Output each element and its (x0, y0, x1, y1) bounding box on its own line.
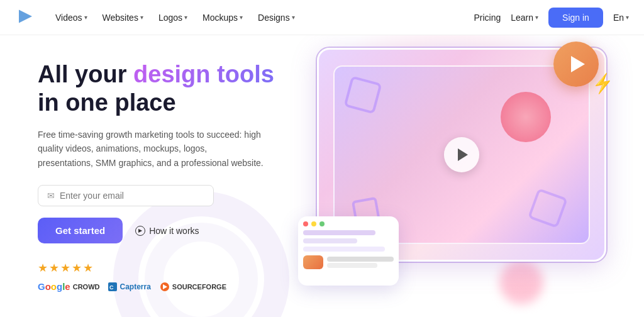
nav-item-designs[interactable]: Designs ▾ (252, 9, 301, 26)
hero-description: Free time-saving growth marketing tools … (38, 128, 264, 170)
nav-item-logos[interactable]: Logos ▾ (152, 9, 194, 26)
deco-shape-1 (343, 75, 382, 114)
star-2: ★ (49, 261, 59, 275)
card-subline-2 (327, 263, 377, 268)
nav-pricing[interactable]: Pricing (474, 13, 501, 23)
nav-item-videos[interactable]: Videos ▾ (49, 9, 94, 26)
hero-left-content: All your design tools in one place Free … (38, 60, 302, 292)
star-3: ★ (60, 261, 70, 275)
hero-illustration: ⚡ (302, 35, 619, 317)
envelope-icon: ✉ (47, 191, 55, 201)
star-5: ★ (83, 261, 93, 275)
deco-circle-2 (528, 188, 568, 228)
play-icon-small: ▶ (135, 226, 145, 236)
signin-button[interactable]: Sign in (548, 8, 603, 28)
svg-marker-0 (19, 9, 32, 23)
dot-red (303, 221, 308, 226)
chevron-down-icon: ▾ (626, 14, 629, 21)
float-play-triangle-icon (571, 56, 585, 72)
capterra-label: Capterra (119, 282, 150, 291)
email-input-wrapper: ✉ (38, 185, 214, 206)
chevron-down-icon: ▾ (535, 14, 538, 21)
chevron-down-icon: ▾ (292, 14, 295, 21)
capterra-icon: C (108, 282, 117, 291)
badge-sourceforge[interactable]: SOURCEFORGE (160, 282, 226, 292)
chevron-down-icon: ▾ (84, 14, 87, 21)
language-selector[interactable]: En ▾ (613, 13, 629, 23)
chevron-down-icon: ▾ (240, 14, 243, 21)
badge-gcrowd[interactable]: Google CROWD (38, 281, 99, 292)
logo[interactable] (15, 7, 49, 28)
card-line-3 (303, 247, 385, 252)
card-line-2 (303, 238, 357, 243)
nav-item-websites[interactable]: Websites ▾ (96, 9, 150, 26)
chevron-down-icon: ▾ (140, 14, 143, 21)
sourceforge-label: SOURCEFORGE (172, 283, 226, 291)
nav-learn[interactable]: Learn ▾ (511, 13, 538, 23)
card-subline-1 (327, 257, 394, 262)
gcrowd-label: CROWD (73, 283, 100, 291)
lightning-icon: ⚡ (590, 71, 615, 96)
nav-item-mockups[interactable]: Mockups ▾ (196, 9, 249, 26)
dot-yellow (311, 221, 316, 226)
hero-title-highlight: design tools (133, 61, 274, 87)
chevron-down-icon: ▾ (184, 14, 187, 21)
sourceforge-icon (160, 282, 170, 292)
star-1: ★ (38, 261, 48, 275)
float-card-illustration (298, 216, 399, 286)
badge-capterra[interactable]: C Capterra (108, 282, 150, 291)
hero-title: All your design tools in one place (38, 60, 302, 118)
stars-rating: ★ ★ ★ ★ ★ (38, 261, 302, 275)
float-card-header (303, 221, 394, 226)
gcrowd-g-icon: Google (38, 281, 70, 292)
play-triangle-icon (458, 148, 468, 161)
nav-links: Videos ▾ Websites ▾ Logos ▾ Mockups ▾ De… (49, 9, 474, 26)
badges-row: Google CROWD C Capterra SOURCEFORGE (38, 281, 302, 292)
card-line-1 (303, 230, 375, 235)
pink-blob-decoration (499, 260, 543, 304)
nav-right: Pricing Learn ▾ Sign in En ▾ (474, 8, 629, 28)
cta-row: Get started ▶ How it works (38, 218, 302, 243)
email-input[interactable] (60, 191, 204, 201)
card-text-lines (327, 255, 394, 269)
navbar: Videos ▾ Websites ▾ Logos ▾ Mockups ▾ De… (0, 0, 644, 35)
star-4: ★ (72, 261, 82, 275)
svg-text:C: C (109, 284, 114, 291)
card-icon (303, 255, 323, 269)
video-play-button[interactable] (444, 137, 479, 172)
how-it-works-link[interactable]: ▶ How it works (135, 226, 199, 236)
card-icon-row (303, 255, 394, 269)
deco-circle (501, 92, 551, 142)
dot-green (319, 221, 325, 226)
hero-section: All your design tools in one place Free … (0, 35, 644, 317)
get-started-button[interactable]: Get started (38, 218, 123, 243)
